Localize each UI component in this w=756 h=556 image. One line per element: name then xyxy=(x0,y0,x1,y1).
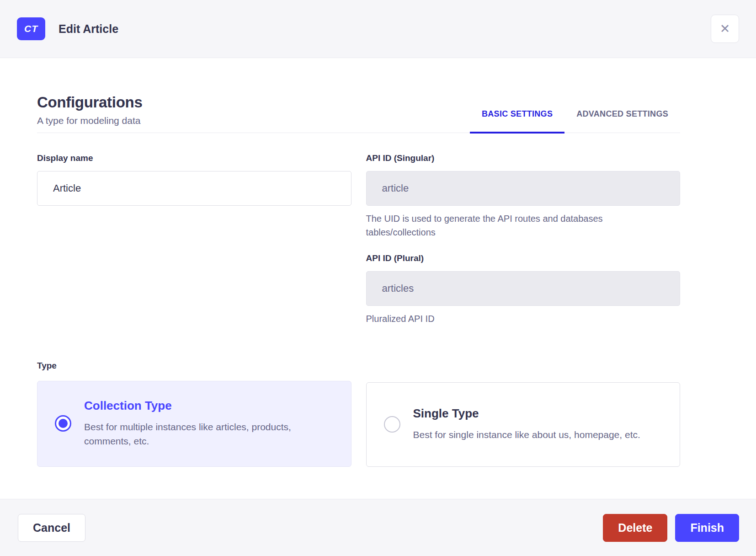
page-subtitle: A type for modeling data xyxy=(37,115,142,126)
delete-button[interactable]: Delete xyxy=(603,514,667,542)
api-id-singular-input xyxy=(366,171,681,206)
display-name-field: Display name xyxy=(37,153,351,206)
config-titles: Configurations A type for modeling data xyxy=(37,94,142,133)
type-section: Type Collection Type Best for multiple i… xyxy=(37,361,680,467)
left-column: Display name xyxy=(37,153,351,326)
edit-article-modal: CT Edit Article ✕ Configurations A type … xyxy=(0,0,756,556)
collection-type-description: Best for multiple instances like article… xyxy=(84,420,333,448)
collection-type-text: Collection Type Best for multiple instan… xyxy=(84,399,333,448)
single-type-title: Single Type xyxy=(413,406,662,421)
collection-type-card[interactable]: Collection Type Best for multiple instan… xyxy=(37,381,351,467)
type-options: Collection Type Best for multiple instan… xyxy=(37,381,680,467)
content-type-badge-label: CT xyxy=(24,23,38,34)
page-title: Configurations xyxy=(37,94,142,111)
fields-grid: Display name API ID (Singular) The UID i… xyxy=(37,153,680,326)
api-id-singular-hint: The UID is used to generate the API rout… xyxy=(366,212,659,239)
modal-body: Configurations A type for modeling data … xyxy=(0,58,756,499)
tab-basic-settings[interactable]: BASIC SETTINGS xyxy=(470,109,564,134)
display-name-label: Display name xyxy=(37,153,351,163)
settings-tabs: BASIC SETTINGS ADVANCED SETTINGS xyxy=(470,109,680,133)
modal-header: CT Edit Article ✕ xyxy=(0,0,756,58)
config-header: Configurations A type for modeling data … xyxy=(37,94,680,133)
display-name-input[interactable] xyxy=(37,171,351,206)
collection-type-title: Collection Type xyxy=(84,399,333,413)
radio-selected-dot-icon xyxy=(59,419,68,428)
api-id-plural-label: API ID (Plural) xyxy=(366,253,681,263)
modal-title: Edit Article xyxy=(59,22,118,36)
content-type-badge: CT xyxy=(17,17,45,40)
single-type-radio[interactable] xyxy=(384,416,400,433)
cancel-button[interactable]: Cancel xyxy=(18,514,85,542)
api-id-plural-input xyxy=(366,271,681,306)
modal-footer: Cancel Delete Finish xyxy=(0,499,756,556)
footer-actions: Delete Finish xyxy=(603,514,739,542)
api-id-plural-field: API ID (Plural) Pluralized API ID xyxy=(366,253,681,326)
type-label: Type xyxy=(37,361,680,371)
api-id-singular-label: API ID (Singular) xyxy=(366,153,681,163)
single-type-text: Single Type Best for single instance lik… xyxy=(413,406,662,442)
close-icon: ✕ xyxy=(720,23,730,35)
right-column: API ID (Singular) The UID is used to gen… xyxy=(366,153,681,326)
api-id-plural-hint: Pluralized API ID xyxy=(366,312,659,326)
single-type-description: Best for single instance like about us, … xyxy=(413,428,662,442)
finish-button[interactable]: Finish xyxy=(675,514,739,542)
collection-type-radio[interactable] xyxy=(55,415,71,432)
api-id-singular-field: API ID (Singular) The UID is used to gen… xyxy=(366,153,681,239)
tab-advanced-settings[interactable]: ADVANCED SETTINGS xyxy=(564,109,680,134)
single-type-card[interactable]: Single Type Best for single instance lik… xyxy=(366,382,681,467)
close-button[interactable]: ✕ xyxy=(711,15,739,43)
